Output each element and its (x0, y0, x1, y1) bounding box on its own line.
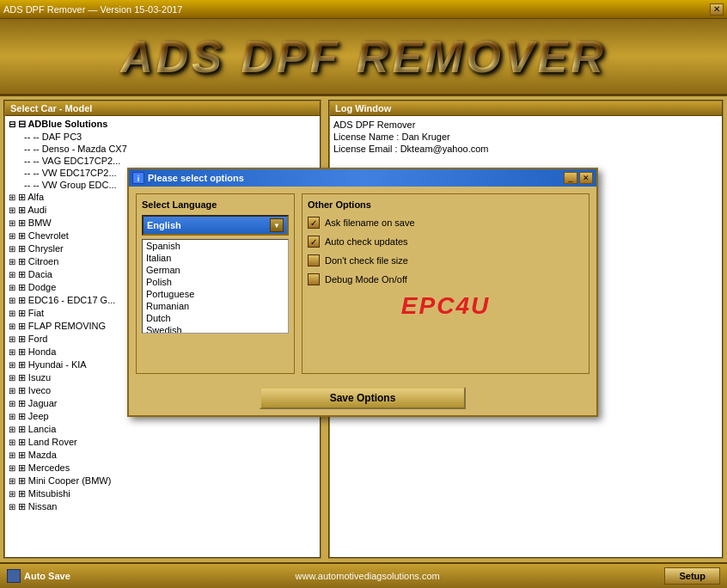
language-section-title: Select Language (142, 199, 289, 210)
dialog-content: Select Language English ▼ SpanishItalian… (129, 187, 596, 381)
language-list-item[interactable]: Polish (143, 276, 288, 288)
option-item[interactable]: Debug Mode On/off (308, 273, 583, 285)
language-dropdown-arrow[interactable]: ▼ (270, 218, 284, 232)
option-item[interactable]: ✓Ask filename on save (308, 217, 583, 229)
dialog-title-text: i Please select options (132, 172, 244, 184)
option-label: Ask filename on save (325, 217, 415, 228)
selected-language-label: English (147, 220, 181, 230)
language-select-box[interactable]: English ▼ (142, 215, 289, 236)
checkbox-icon[interactable]: ✓ (308, 217, 320, 229)
dialog-minimize-button[interactable]: _ (564, 172, 577, 184)
dialog-overlay: i Please select options _ ✕ Select Langu… (0, 0, 727, 588)
language-list-item[interactable]: Swedish (143, 324, 288, 334)
option-label: Debug Mode On/off (325, 274, 407, 285)
save-options-button[interactable]: Save Options (260, 387, 467, 409)
language-list-item[interactable]: Spanish (143, 240, 288, 252)
options-section: Other Options ✓Ask filename on save✓Auto… (302, 193, 590, 374)
dialog-footer: Save Options (129, 381, 596, 415)
dialog-title-buttons: _ ✕ (564, 172, 593, 184)
options-title: Other Options (308, 199, 583, 210)
dialog-close-button[interactable]: ✕ (579, 172, 593, 184)
language-list-item[interactable]: Dutch (143, 312, 288, 324)
options-dialog: i Please select options _ ✕ Select Langu… (127, 168, 598, 417)
dialog-title-icon: i (132, 172, 144, 184)
option-item[interactable]: ✓Auto check updates (308, 236, 583, 248)
dialog-title-bar: i Please select options _ ✕ (129, 169, 596, 187)
language-section: Select Language English ▼ SpanishItalian… (136, 193, 295, 374)
option-label: Auto check updates (325, 236, 408, 247)
language-list-item[interactable]: German (143, 264, 288, 276)
option-label: Don't check file size (325, 255, 408, 266)
epc4u-text: EPC4U (308, 292, 583, 320)
option-item[interactable]: Don't check file size (308, 254, 583, 266)
language-list-item[interactable]: Portuguese (143, 288, 288, 300)
checkbox-icon[interactable] (308, 273, 320, 285)
checkbox-icon[interactable]: ✓ (308, 236, 320, 248)
checkbox-icon[interactable] (308, 254, 320, 266)
language-list-item[interactable]: Italian (143, 252, 288, 264)
language-list-item[interactable]: Rumanian (143, 300, 288, 312)
language-list[interactable]: SpanishItalianGermanPolishPortugueseRuma… (142, 239, 289, 334)
options-list: ✓Ask filename on save✓Auto check updates… (308, 217, 583, 285)
